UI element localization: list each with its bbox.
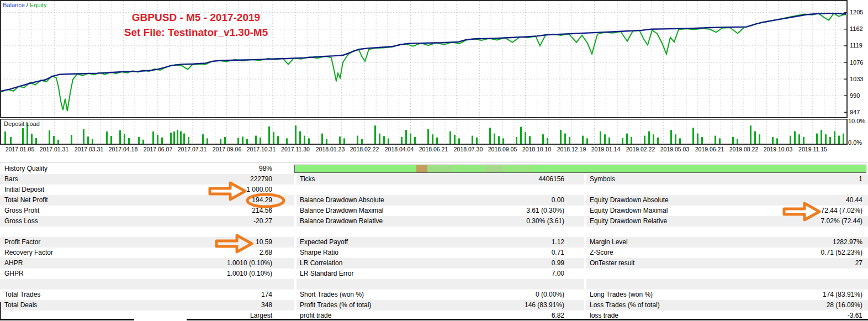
deposit-load-bar bbox=[631, 137, 632, 144]
date-axis-label: 2019.01.14 bbox=[588, 146, 623, 152]
deposit-load-bar bbox=[268, 127, 270, 144]
table-row: Bars222790Ticks4406156Symbols1 bbox=[0, 174, 868, 185]
deposit-load-bar bbox=[502, 138, 504, 144]
y-axis-label: 1119 bbox=[850, 42, 862, 49]
stat-value: 1 000.00 bbox=[246, 185, 294, 195]
deposit-load-bar bbox=[410, 134, 411, 144]
table-row: AHPR1.0010 (0.10%)LR Correlation0.99OnTe… bbox=[0, 258, 868, 269]
deposit-load-bar bbox=[657, 138, 659, 144]
statistics-table: History Quality98%Bars222790Ticks4406156… bbox=[0, 164, 868, 321]
table-cell-group bbox=[586, 227, 868, 237]
stat-label: Loss Trades (% of total) bbox=[586, 300, 827, 311]
deposit-load-bar bbox=[547, 138, 548, 144]
table-cell-group: Z-Score0.71 (52.23%) bbox=[586, 248, 868, 258]
deposit-load-bar bbox=[821, 130, 822, 144]
table-cell-group bbox=[297, 279, 584, 290]
deposit-load-bar bbox=[750, 125, 751, 144]
deposit-load-bar bbox=[529, 136, 531, 144]
stat-value bbox=[862, 279, 868, 290]
deposit-load-bar bbox=[142, 140, 144, 144]
table-row: Initial Deposit1 000.00 bbox=[0, 185, 868, 195]
deposit-load-bar bbox=[321, 134, 323, 144]
deposit-load-bar bbox=[648, 131, 650, 144]
table-row: Total Deals348Profit Trades (% of total)… bbox=[0, 300, 868, 311]
deposit-load-bar bbox=[304, 136, 305, 144]
deposit-load-bar bbox=[237, 138, 239, 144]
table-cell-group: Equity Drawdown Relative7.02% (72.44) bbox=[586, 216, 868, 227]
deposit-load-chart[interactable] bbox=[0, 119, 849, 145]
deposit-load-bar bbox=[357, 136, 358, 144]
deposit-load-bar bbox=[414, 137, 416, 144]
stat-value: 98% bbox=[259, 164, 294, 174]
deposit-load-bar bbox=[374, 125, 376, 144]
stat-label: Initial Deposit bbox=[0, 185, 246, 195]
legend-balance-label: Balance bbox=[3, 2, 25, 8]
stat-value: 1.12 bbox=[552, 237, 584, 248]
deposit-load-bar bbox=[701, 137, 703, 144]
stat-value: 0.71 (52.23%) bbox=[821, 248, 868, 258]
table-row: Total Trades174Short Trades (won %)0 (0.… bbox=[0, 290, 868, 300]
date-axis-label: 2017.10.31 bbox=[244, 146, 279, 152]
deposit-load-bar bbox=[53, 136, 55, 144]
mt5-backtest-report: Balance / Equity GBPUSD - M5 - 2017-2019… bbox=[0, 0, 868, 321]
deposit-load-bar bbox=[825, 134, 827, 144]
deposit-load-bar bbox=[472, 136, 473, 144]
deposit-load-bar bbox=[670, 130, 672, 144]
table-cell-group: Ticks4406156 bbox=[297, 174, 584, 185]
stat-value: 0.00 bbox=[552, 195, 584, 206]
deposit-load-bar bbox=[626, 134, 628, 144]
stat-value: 1282.97% bbox=[833, 237, 868, 248]
stat-value bbox=[564, 185, 584, 195]
stat-label: Recovery Factor bbox=[0, 248, 260, 258]
bottom-strip-right bbox=[187, 319, 868, 320]
table-cell-group: Equity Drawdown Maximal72.44 (7.02%) bbox=[586, 206, 868, 216]
table-cell-group: Expected Payoff1.12 bbox=[297, 237, 584, 248]
deposit-load-bar bbox=[675, 134, 676, 144]
table-cell-group: History Quality98% bbox=[0, 164, 294, 174]
deposit-load-bar bbox=[83, 129, 84, 144]
date-axis-label: 2018.09.05 bbox=[485, 146, 520, 152]
stat-value: 1 bbox=[859, 174, 868, 185]
deposit-load-bar bbox=[798, 134, 800, 144]
deposit-axis-max-label: 10.0% bbox=[848, 118, 865, 124]
table-cell-group: Balance Drawdown Absolute0.00 bbox=[297, 195, 584, 206]
table-cell-group: Bars222790 bbox=[0, 174, 294, 185]
deposit-load-bar bbox=[600, 131, 601, 144]
table-cell-group: Recovery Factor2.68 bbox=[0, 248, 294, 258]
stat-value: 40.44 bbox=[846, 195, 868, 206]
date-axis-label: 2017.01.31 bbox=[36, 146, 72, 152]
deposit-load-bar bbox=[520, 127, 522, 144]
deposit-load-bar bbox=[295, 125, 297, 144]
stat-value bbox=[862, 269, 868, 279]
deposit-load-bar bbox=[157, 135, 158, 144]
deposit-load-bar bbox=[586, 138, 588, 144]
deposit-load-bar bbox=[449, 131, 451, 144]
table-cell-group: Equity Drawdown Absolute40.44 bbox=[586, 195, 868, 206]
stat-label: GHPR bbox=[0, 269, 227, 279]
deposit-load-bar bbox=[119, 130, 121, 144]
deposit-load-bar bbox=[732, 137, 734, 144]
stat-label: Gross Loss bbox=[0, 216, 253, 227]
deposit-load-bar bbox=[476, 138, 478, 144]
table-cell-group: AHPR1.0010 (0.10%) bbox=[0, 258, 294, 269]
deposit-load-bar bbox=[57, 140, 59, 144]
deposit-load-bar bbox=[220, 139, 221, 144]
table-cell-group bbox=[586, 279, 868, 290]
deposit-load-bar bbox=[432, 134, 433, 144]
table-cell-group: LR Correlation0.99 bbox=[297, 258, 584, 269]
deposit-load-bar bbox=[790, 136, 791, 144]
table-cell-group bbox=[297, 227, 584, 237]
deposit-load-bar bbox=[361, 139, 363, 144]
deposit-load-bar bbox=[838, 136, 840, 144]
table-row bbox=[0, 279, 868, 290]
stat-label: Short Trades (won %) bbox=[297, 290, 536, 300]
date-axis-label: 2017.03.31 bbox=[71, 146, 107, 152]
y-axis-label: 1033 bbox=[850, 76, 863, 83]
annotation-line-2: Set File: Testinator_v1.30-M5 bbox=[77, 25, 315, 40]
bottom-strip-left bbox=[0, 319, 134, 320]
table-cell-group: OnTester result27 bbox=[586, 258, 868, 269]
stat-label: Balance Drawdown Maximal bbox=[297, 206, 526, 216]
stat-label: LR Correlation bbox=[297, 258, 552, 269]
stat-label: Sharpe Ratio bbox=[297, 248, 552, 258]
deposit-load-bar bbox=[255, 136, 257, 144]
